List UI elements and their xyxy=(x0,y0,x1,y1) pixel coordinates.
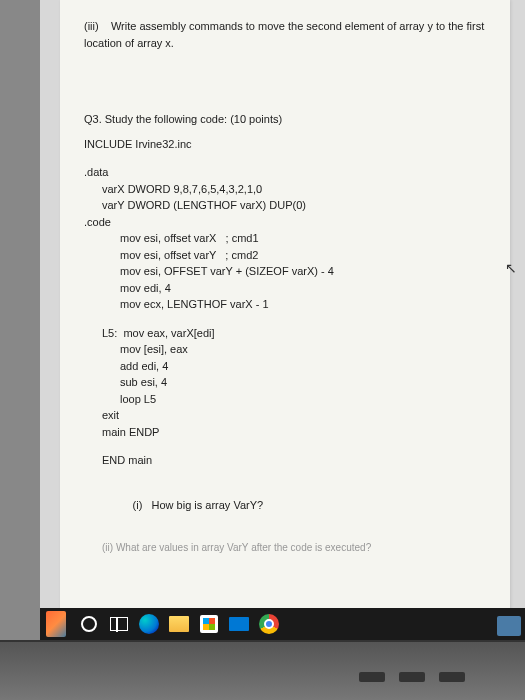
loop-line-4: sub esi, 4 xyxy=(84,374,486,391)
endp-line: main ENDP xyxy=(84,424,486,441)
question-iii-text: Write assembly commands to move the seco… xyxy=(84,20,484,49)
code-line-1: mov esi, offset varX ; cmd1 xyxy=(84,230,486,247)
cursor-icon: ↖ xyxy=(505,260,517,276)
monitor-bezel xyxy=(0,640,525,700)
vary-decl: varY DWORD (LENGTHOF varX) DUP(0) xyxy=(84,197,486,214)
taskbar[interactable] xyxy=(40,608,525,640)
endmain-line: END main xyxy=(84,452,486,469)
mail-button[interactable] xyxy=(226,611,252,637)
code-line-2: mov esi, offset varY ; cmd2 xyxy=(84,247,486,264)
monitor-button-3[interactable] xyxy=(439,672,465,682)
varx-decl: varX DWORD 9,8,7,6,5,4,3,2,1,0 xyxy=(84,181,486,198)
tray-icon[interactable] xyxy=(497,616,521,636)
include-line: INCLUDE Irvine32.inc xyxy=(84,136,486,153)
code-line-5: mov ecx, LENGTHOF varX - 1 xyxy=(84,296,486,313)
weather-widget[interactable] xyxy=(46,611,72,637)
start-button[interactable] xyxy=(76,611,102,637)
chrome-button[interactable] xyxy=(256,611,282,637)
question-3-heading: Q3. Study the following code: (10 points… xyxy=(84,111,486,128)
file-explorer-button[interactable] xyxy=(166,611,192,637)
task-view-button[interactable] xyxy=(106,611,132,637)
question-iii-label: (iii) xyxy=(84,20,99,32)
screen-area: (iii) Write assembly commands to move th… xyxy=(40,0,525,640)
question-iii: (iii) Write assembly commands to move th… xyxy=(84,18,486,51)
l5-label: L5: mov eax, varX[edi] xyxy=(84,325,486,342)
code-block: .data varX DWORD 9,8,7,6,5,4,3,2,1,0 var… xyxy=(84,164,486,555)
data-section-label: .data xyxy=(84,164,486,181)
code-line-3: mov esi, OFFSET varY + (SIZEOF varX) - 4 xyxy=(84,263,486,280)
loop-line-3: add edi, 4 xyxy=(84,358,486,375)
loop-line-2: mov [esi], eax xyxy=(84,341,486,358)
sub-question-i: (i) How big is array VarY? xyxy=(84,481,486,531)
loop-line-5: loop L5 xyxy=(84,391,486,408)
document-page: (iii) Write assembly commands to move th… xyxy=(60,0,510,620)
exit-line: exit xyxy=(84,407,486,424)
code-line-4: mov edi, 4 xyxy=(84,280,486,297)
monitor-button-1[interactable] xyxy=(359,672,385,682)
monitor-frame: (iii) Write assembly commands to move th… xyxy=(0,0,525,700)
sub-question-ii-faded: (ii) What are values in array VarY after… xyxy=(84,540,486,555)
monitor-button-2[interactable] xyxy=(399,672,425,682)
edge-button[interactable] xyxy=(136,611,162,637)
store-button[interactable] xyxy=(196,611,222,637)
code-section-label: .code xyxy=(84,214,486,231)
